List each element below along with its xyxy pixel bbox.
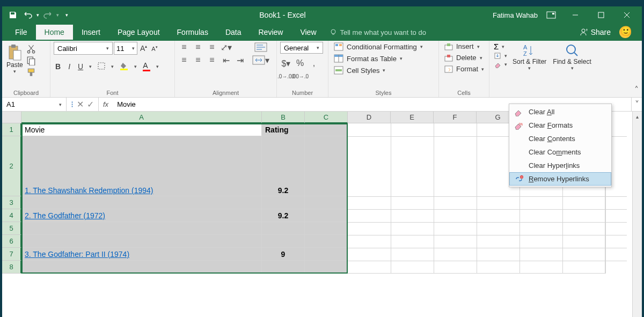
comma-icon[interactable]: , xyxy=(308,58,320,69)
share-button[interactable]: + Share xyxy=(579,28,611,36)
paste-button[interactable]: Paste ▾ xyxy=(5,42,24,76)
cell-c6[interactable] xyxy=(305,235,348,248)
cell-c5[interactable] xyxy=(305,222,348,235)
vertical-scrollbar[interactable]: ▴ xyxy=(632,112,642,317)
cancel-formula-icon[interactable]: ✕ xyxy=(77,99,84,109)
column-header-b[interactable]: B xyxy=(262,112,305,123)
column-header-a[interactable]: A xyxy=(21,112,262,123)
font-color-button[interactable]: A xyxy=(141,60,152,73)
row-header-4[interactable]: 4 xyxy=(2,209,21,222)
cell-a2[interactable]: 1. The Shawshank Redemption (1994) xyxy=(21,136,262,196)
merge-center-button[interactable]: ▾ xyxy=(251,55,270,65)
decrease-decimal-icon[interactable]: .00→.0 xyxy=(294,71,306,82)
cell-b7[interactable]: 9 xyxy=(262,248,305,261)
redo-icon[interactable] xyxy=(41,9,54,21)
undo-dropdown-icon[interactable]: ▾ xyxy=(36,12,39,18)
save-icon[interactable] xyxy=(6,9,19,21)
clear-button[interactable]: ▾ xyxy=(493,61,508,68)
tab-page-layout[interactable]: Page Layout xyxy=(109,25,169,40)
orientation-icon[interactable]: ⤢▾ xyxy=(220,42,232,53)
clear-comments-item[interactable]: Clear Comments xyxy=(509,145,611,159)
cell-c2[interactable] xyxy=(305,136,348,196)
minimize-button[interactable] xyxy=(565,8,586,23)
cell-c4[interactable] xyxy=(305,209,348,222)
row-header-8[interactable]: 8 xyxy=(2,261,21,274)
cell-b6[interactable] xyxy=(262,235,305,248)
insert-cells-button[interactable]: Insert ▾ xyxy=(442,42,486,51)
collapse-ribbon-icon[interactable]: ˄ xyxy=(634,85,639,95)
autosum-button[interactable]: Σ ▾ xyxy=(493,42,508,51)
row-header-7[interactable]: 7 xyxy=(2,248,21,261)
enter-formula-icon[interactable]: ✓ xyxy=(87,99,94,109)
undo-icon[interactable] xyxy=(21,9,34,21)
cell-b2[interactable]: 9.2 xyxy=(262,136,305,196)
cell-b1[interactable]: Rating xyxy=(262,123,305,136)
number-format-combo[interactable]: General▾ xyxy=(280,42,323,54)
cell-b5[interactable] xyxy=(262,222,305,235)
underline-button[interactable]: U xyxy=(76,61,85,72)
cell-c1[interactable] xyxy=(305,123,348,136)
italic-button[interactable]: I xyxy=(67,61,72,72)
tell-me-search[interactable]: Tell me what you want to do xyxy=(330,28,426,36)
cut-icon[interactable] xyxy=(26,44,36,54)
sort-filter-button[interactable]: AZ Sort & Filter▾ xyxy=(510,42,548,72)
align-bottom-icon[interactable]: ≡ xyxy=(206,42,218,53)
tab-view[interactable]: View xyxy=(291,25,325,40)
delete-cells-button[interactable]: Delete ▾ xyxy=(442,53,486,62)
cell-b8[interactable] xyxy=(262,261,305,274)
clear-contents-item[interactable]: Clear Contents xyxy=(509,132,611,145)
cell-b3[interactable] xyxy=(262,196,305,209)
scroll-up-icon[interactable]: ▴ xyxy=(633,112,642,121)
wrap-text-button[interactable] xyxy=(251,42,270,53)
column-header-f[interactable]: F xyxy=(434,112,477,123)
cell-a4[interactable]: 2. The Godfather (1972) xyxy=(21,209,262,222)
decrease-indent-icon[interactable]: ⇤ xyxy=(220,55,232,65)
cell-b4[interactable]: 9.2 xyxy=(262,209,305,222)
align-left-icon[interactable]: ≡ xyxy=(178,55,190,65)
row-header-3[interactable]: 3 xyxy=(2,196,21,209)
expand-formula-bar-icon[interactable]: ˅ xyxy=(631,98,642,111)
tab-formulas[interactable]: Formulas xyxy=(169,25,217,40)
font-size-combo[interactable]: 11▾ xyxy=(114,42,137,55)
redo-dropdown-icon[interactable]: ▾ xyxy=(56,12,59,18)
row-header-5[interactable]: 5 xyxy=(2,222,21,235)
cell-a1[interactable]: Movie xyxy=(21,123,262,136)
row-header-2[interactable]: 2 xyxy=(2,136,21,196)
user-name[interactable]: Fatima Wahab xyxy=(493,11,538,19)
tab-insert[interactable]: Insert xyxy=(73,25,109,40)
insert-function-dropdown-icon[interactable]: ⁝ xyxy=(71,99,74,109)
format-painter-icon[interactable] xyxy=(26,68,36,77)
align-center-icon[interactable]: ≡ xyxy=(192,55,204,65)
align-middle-icon[interactable]: ≡ xyxy=(192,42,204,53)
remove-hyperlinks-item[interactable]: Remove Hyperlinks xyxy=(509,172,611,186)
format-cells-button[interactable]: Format ▾ xyxy=(442,64,486,73)
find-select-button[interactable]: Find & Select▾ xyxy=(551,42,593,72)
clear-hyperlinks-item[interactable]: Clear Hyperlinks xyxy=(509,159,611,172)
tab-file[interactable]: File xyxy=(6,25,36,40)
tab-review[interactable]: Review xyxy=(250,25,292,40)
decrease-font-icon[interactable]: A▾ xyxy=(150,44,159,53)
tab-home[interactable]: Home xyxy=(36,25,73,40)
fx-icon[interactable]: fx xyxy=(99,100,113,108)
clear-all-item[interactable]: Clear All xyxy=(509,105,611,119)
cell-c3[interactable] xyxy=(305,196,348,209)
borders-button[interactable] xyxy=(96,61,107,72)
column-header-c[interactable]: C xyxy=(305,112,348,123)
cell-c8[interactable] xyxy=(305,261,348,274)
qat-customize-icon[interactable]: ▾ xyxy=(65,12,68,18)
column-header-d[interactable]: D xyxy=(348,112,391,123)
maximize-button[interactable] xyxy=(590,8,612,23)
fill-color-button[interactable] xyxy=(118,61,130,73)
ribbon-display-icon[interactable] xyxy=(546,11,556,19)
cell-styles-button[interactable]: Cell Styles ▾ xyxy=(332,65,425,75)
align-right-icon[interactable]: ≡ xyxy=(206,55,218,65)
format-as-table-button[interactable]: Format as Table ▾ xyxy=(332,54,425,63)
column-header-e[interactable]: E xyxy=(391,112,434,123)
cell-a6[interactable] xyxy=(21,235,262,248)
currency-icon[interactable]: $▾ xyxy=(280,58,292,69)
tab-data[interactable]: Data xyxy=(217,25,250,40)
clear-formats-item[interactable]: % Clear Formats xyxy=(509,119,611,132)
conditional-formatting-button[interactable]: Conditional Formatting ▾ xyxy=(332,42,425,51)
percent-icon[interactable]: % xyxy=(294,58,306,69)
cell-a5[interactable] xyxy=(21,222,262,235)
